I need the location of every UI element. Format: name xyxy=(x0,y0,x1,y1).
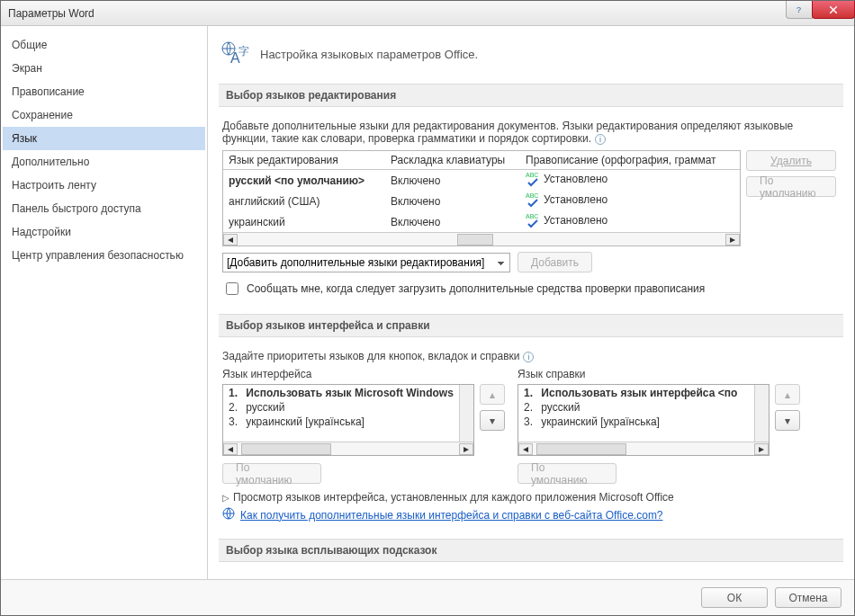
move-up-button[interactable]: ▴ xyxy=(480,384,505,405)
table-row[interactable]: английский (США)ВключеноУстановлено xyxy=(223,191,740,211)
close-button[interactable] xyxy=(812,1,855,19)
iface-vscroll[interactable] xyxy=(459,385,473,442)
scroll-left-icon[interactable]: ◂ xyxy=(223,234,238,246)
page-title: Настройка языковых параметров Office. xyxy=(260,48,478,61)
col-spelling: Правописание (орфография, граммат xyxy=(520,151,740,170)
notify-label: Сообщать мне, когда следует загрузить до… xyxy=(247,282,705,295)
help-col: Язык справки 1. Использовать язык интерф… xyxy=(518,368,800,484)
spellcheck-icon xyxy=(526,193,540,206)
dialog-body: Общие Экран Правописание Сохранение Язык… xyxy=(1,26,854,579)
ui-more-languages-link[interactable]: Как получить дополнительные языки интерф… xyxy=(240,509,663,522)
cell-spelling: Установлено xyxy=(520,191,740,211)
sidebar-item-ribbon[interactable]: Настроить ленту xyxy=(3,174,205,197)
iface-hscroll[interactable]: ◂ ▸ xyxy=(223,442,473,455)
section-editing-body: Добавьте дополнительные языки для редакт… xyxy=(219,114,843,307)
sidebar-item-save[interactable]: Сохранение xyxy=(3,103,205,127)
list-item[interactable]: 2. русский xyxy=(223,400,459,415)
list-item[interactable]: 1. Использовать язык интерфейса <по xyxy=(518,386,754,400)
ok-button[interactable]: ОК xyxy=(701,587,768,608)
chevron-right-icon: ▷ xyxy=(222,493,230,503)
list-item[interactable]: 2. русский xyxy=(518,400,754,415)
section-tooltip-header: Выбор языка всплывающих подсказок xyxy=(219,539,843,562)
titlebar: Параметры Word ? xyxy=(1,1,854,26)
iface-default-button[interactable]: По умолчанию xyxy=(222,463,321,484)
sidebar-item-general[interactable]: Общие xyxy=(3,33,205,57)
cell-keyboard: Включено xyxy=(385,211,520,232)
help-hscroll[interactable]: ◂ ▸ xyxy=(518,442,769,455)
language-icon: A字 xyxy=(219,39,249,69)
close-icon xyxy=(828,4,839,15)
section-ui-header: Выбор языков интерфейса и справки xyxy=(219,314,843,337)
list-item[interactable]: 3. украинский [українська] xyxy=(518,415,754,429)
help-listbox[interactable]: 1. Использовать язык интерфейса <по2. ру… xyxy=(518,384,770,456)
delete-button[interactable]: Удалить xyxy=(746,150,836,171)
view-languages-expander[interactable]: ▷ Просмотр языков интерфейса, установлен… xyxy=(222,491,840,504)
info-icon[interactable]: i xyxy=(523,352,534,362)
sidebar-item-addins[interactable]: Надстройки xyxy=(3,220,205,244)
scroll-left-icon[interactable]: ◂ xyxy=(518,443,533,455)
iface-listbox[interactable]: 1. Использовать язык Microsoft Windows2.… xyxy=(222,384,474,456)
iface-col: Язык интерфейса 1. Использовать язык Mic… xyxy=(222,368,505,484)
editing-language-table[interactable]: Язык редактирования Раскладка клавиатуры… xyxy=(222,150,741,246)
window-title: Параметры Word xyxy=(8,7,94,20)
list-item[interactable]: 1. Использовать язык Microsoft Windows xyxy=(223,386,459,400)
svg-text:?: ? xyxy=(796,5,801,14)
col-keyboard: Раскладка клавиатуры xyxy=(385,151,520,170)
cell-spelling: Установлено xyxy=(520,211,740,232)
sidebar-item-trustcenter[interactable]: Центр управления безопасностью xyxy=(3,244,205,267)
help-button[interactable]: ? xyxy=(786,1,813,19)
iface-reorder-buttons: ▴ ▾ xyxy=(480,384,505,456)
cell-keyboard: Включено xyxy=(385,170,520,192)
info-icon[interactable]: i xyxy=(595,134,606,145)
cell-language: украинский xyxy=(223,211,385,232)
help-reorder-buttons: ▴ ▾ xyxy=(775,384,800,456)
dialog-footer: ОК Отмена xyxy=(1,579,854,615)
cell-language: русский <по умолчанию> xyxy=(223,170,385,192)
editing-description: Добавьте дополнительные языки для редакт… xyxy=(222,120,840,150)
table-row[interactable]: украинскийВключеноУстановлено xyxy=(223,211,740,232)
set-default-button[interactable]: По умолчанию xyxy=(746,176,836,197)
help-label: Язык справки xyxy=(518,368,800,380)
content-pane: A字 Настройка языковых параметров Office.… xyxy=(208,26,854,579)
dialog-window: Параметры Word ? Общие Экран Правописани… xyxy=(0,0,855,616)
add-language-row: [Добавить дополнительные языки редактиро… xyxy=(222,252,840,272)
notify-checkbox[interactable] xyxy=(226,282,238,295)
sidebar-item-language[interactable]: Язык xyxy=(3,127,205,150)
move-down-button[interactable]: ▾ xyxy=(775,410,800,431)
add-language-combo[interactable]: [Добавить дополнительные языки редактиро… xyxy=(222,253,510,272)
cell-keyboard: Включено xyxy=(385,191,520,211)
scroll-right-icon[interactable]: ▸ xyxy=(725,234,740,246)
list-item[interactable]: 3. украинский [українська] xyxy=(223,415,459,429)
editing-side-buttons: Удалить По умолчанию xyxy=(746,150,836,197)
scroll-left-icon[interactable]: ◂ xyxy=(223,443,238,455)
table-row[interactable]: русский <по умолчанию>ВключеноУстановлен… xyxy=(223,170,740,192)
section-editing-header: Выбор языков редактирования xyxy=(219,84,843,107)
iface-label: Язык интерфейса xyxy=(222,368,505,380)
expander-label: Просмотр языков интерфейса, установленны… xyxy=(233,491,674,504)
sidebar-item-display[interactable]: Экран xyxy=(3,57,205,80)
editing-desc-text: Добавьте дополнительные языки для редакт… xyxy=(222,120,793,145)
scroll-right-icon[interactable]: ▸ xyxy=(459,443,473,455)
scroll-right-icon[interactable]: ▸ xyxy=(754,443,769,455)
ui-desc-text: Задайте приоритеты языков для кнопок, вк… xyxy=(222,350,519,362)
notify-checkbox-row[interactable]: Сообщать мне, когда следует загрузить до… xyxy=(222,280,840,298)
cell-spelling: Установлено xyxy=(520,170,740,192)
sidebar-item-qat[interactable]: Панель быстрого доступа xyxy=(3,197,205,220)
col-language: Язык редактирования xyxy=(223,151,385,170)
cancel-button[interactable]: Отмена xyxy=(775,587,842,608)
sidebar-item-proofing[interactable]: Правописание xyxy=(3,80,205,103)
spellcheck-icon xyxy=(526,173,540,185)
titlebar-buttons: ? xyxy=(786,1,854,21)
help-default-button[interactable]: По умолчанию xyxy=(518,463,616,484)
section-tooltip-body: Выберите язык для всплывающих подсказокi… xyxy=(219,569,843,579)
move-up-button[interactable]: ▴ xyxy=(775,384,800,405)
help-vscroll[interactable] xyxy=(754,385,769,442)
add-button[interactable]: Добавить xyxy=(518,252,592,272)
ui-link-row: Как получить дополнительные языки интерф… xyxy=(222,507,840,522)
move-down-button[interactable]: ▾ xyxy=(480,410,505,431)
sidebar-item-advanced[interactable]: Дополнительно xyxy=(3,150,205,174)
language-priority-lists: Язык интерфейса 1. Использовать язык Mic… xyxy=(222,368,840,484)
help-icon: ? xyxy=(794,4,805,15)
table-hscroll[interactable]: ◂ ▸ xyxy=(223,232,740,246)
section-ui-body: Задайте приоритеты языков для кнопок, вк… xyxy=(219,344,843,531)
